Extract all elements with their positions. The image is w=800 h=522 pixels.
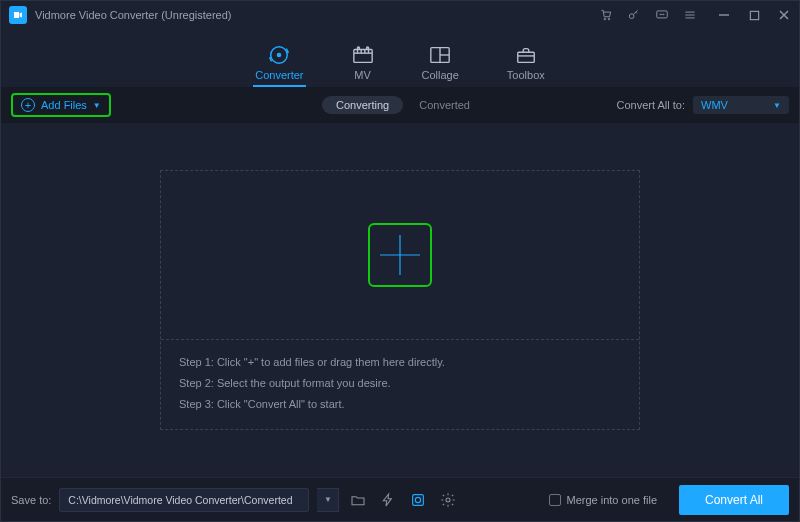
high-speed-icon[interactable]	[407, 489, 429, 511]
key-icon[interactable]	[627, 8, 641, 22]
svg-point-2	[629, 14, 634, 19]
window-controls	[717, 8, 791, 22]
toolbox-icon	[515, 45, 537, 65]
svg-point-0	[604, 18, 606, 20]
menu-icon[interactable]	[683, 8, 697, 22]
add-file-highlight	[368, 223, 432, 287]
tab-converting[interactable]: Converting	[322, 96, 403, 114]
add-file-plus-button[interactable]	[374, 229, 426, 281]
minimize-button[interactable]	[717, 8, 731, 22]
save-to-dropdown[interactable]: ▼	[317, 488, 339, 512]
open-folder-icon[interactable]	[347, 489, 369, 511]
output-format-select[interactable]: WMV ▼	[693, 96, 789, 114]
merge-label: Merge into one file	[567, 494, 658, 506]
svg-point-5	[662, 14, 663, 15]
tab-label: MV	[354, 69, 371, 81]
svg-point-17	[357, 47, 359, 49]
merge-checkbox[interactable]: Merge into one file	[549, 494, 658, 506]
tab-label: Collage	[422, 69, 459, 81]
settings-icon[interactable]	[437, 489, 459, 511]
dropzone[interactable]: Step 1: Click "+" to add files or drag t…	[160, 170, 640, 430]
tab-mv[interactable]: MV	[352, 45, 374, 87]
collage-icon	[429, 45, 451, 65]
svg-point-15	[277, 53, 282, 58]
feedback-icon[interactable]	[655, 8, 669, 22]
mv-icon	[352, 45, 374, 65]
dropzone-top	[161, 171, 639, 339]
hardware-accel-icon[interactable]	[377, 489, 399, 511]
svg-point-4	[660, 14, 661, 15]
close-button[interactable]	[777, 8, 791, 22]
svg-point-27	[446, 498, 450, 502]
svg-point-1	[608, 18, 610, 20]
system-icons	[599, 8, 697, 22]
cart-icon[interactable]	[599, 8, 613, 22]
output-format-value: WMV	[701, 99, 728, 111]
add-files-button[interactable]: + Add Files ▼	[11, 93, 111, 117]
step-text: Step 1: Click "+" to add files or drag t…	[179, 352, 621, 373]
convert-all-button[interactable]: Convert All	[679, 485, 789, 515]
save-to-label: Save to:	[11, 494, 51, 506]
chevron-down-icon: ▼	[773, 101, 781, 110]
convert-all-to: Convert All to: WMV ▼	[617, 96, 789, 114]
step-text: Step 3: Click "Convert All" to start.	[179, 394, 621, 415]
tab-toolbox[interactable]: Toolbox	[507, 45, 545, 87]
converter-icon	[268, 45, 290, 65]
tab-collage[interactable]: Collage	[422, 45, 459, 87]
svg-point-6	[663, 14, 664, 15]
step-text: Step 2: Select the output format you des…	[179, 373, 621, 394]
add-files-label: Add Files	[41, 99, 87, 111]
tab-label: Converter	[255, 69, 303, 81]
plus-circle-icon: +	[21, 98, 35, 112]
convert-all-to-label: Convert All to:	[617, 99, 685, 111]
app-title: Vidmore Video Converter (Unregistered)	[35, 9, 231, 21]
tab-converter[interactable]: Converter	[255, 45, 303, 87]
svg-rect-22	[518, 52, 535, 62]
toolbar: + Add Files ▼ Converting Converted Conve…	[1, 87, 799, 123]
save-to-path[interactable]: C:\Vidmore\Vidmore Video Converter\Conve…	[59, 488, 309, 512]
app-logo	[9, 6, 27, 24]
app-window: Vidmore Video Converter (Unregistered)	[0, 0, 800, 522]
checkbox-icon	[549, 494, 561, 506]
svg-point-18	[366, 47, 368, 49]
svg-rect-25	[413, 494, 424, 505]
svg-rect-11	[750, 11, 758, 19]
chevron-down-icon: ▼	[93, 101, 101, 110]
dropzone-steps: Step 1: Click "+" to add files or drag t…	[161, 340, 639, 429]
svg-rect-16	[353, 50, 371, 63]
footer: Save to: C:\Vidmore\Vidmore Video Conver…	[1, 477, 799, 521]
svg-point-26	[416, 497, 421, 502]
status-tabs: Converting Converted	[322, 96, 478, 114]
main-nav: Converter MV Collage Toolbox	[1, 29, 799, 87]
tab-converted[interactable]: Converted	[411, 96, 478, 114]
maximize-button[interactable]	[747, 8, 761, 22]
stage: Step 1: Click "+" to add files or drag t…	[1, 123, 799, 477]
tab-label: Toolbox	[507, 69, 545, 81]
titlebar: Vidmore Video Converter (Unregistered)	[1, 1, 799, 29]
